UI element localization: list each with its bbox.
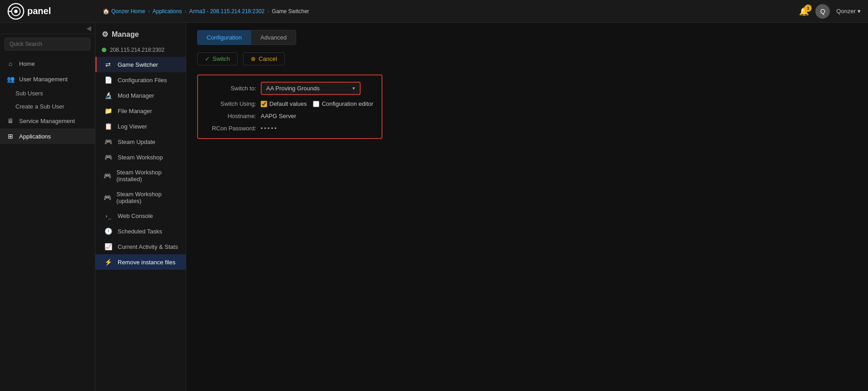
apps-icon: ⊞: [6, 133, 15, 140]
default-values-checkbox[interactable]: Default values: [261, 100, 307, 107]
scheduled-tasks-icon: 🕐: [103, 228, 113, 235]
manage-nav-game-switcher[interactable]: ⇄ Game Switcher: [95, 57, 186, 72]
tab-advanced[interactable]: Advanced: [251, 30, 296, 45]
mod-manager-icon: 🔬: [103, 92, 113, 99]
web-console-icon: ›_: [103, 213, 113, 219]
default-values-label: Default values: [269, 100, 307, 107]
switch-to-label: Switch to:: [206, 85, 256, 92]
sidebar-item-home[interactable]: ⌂ Home: [0, 56, 95, 71]
sidebar-item-user-management[interactable]: 👥 User Management: [0, 71, 95, 87]
manage-nav-steam-workshop[interactable]: 🎮 Steam Workshop: [95, 149, 186, 165]
config-editor-checkbox[interactable]: Configuration editor: [313, 100, 373, 107]
manage-nav-current-activity[interactable]: 📈 Current Activity & Stats: [95, 239, 186, 254]
sidebar: ◀ ⌂ Home 👥 User Management Sub Users Cre…: [0, 23, 95, 391]
config-editor-label: Configuration editor: [322, 100, 373, 107]
manage-nav-web-console[interactable]: ›_ Web Console: [95, 208, 186, 223]
chevron-down-icon: ▾: [858, 8, 861, 15]
switch-icon: ⇄: [103, 61, 113, 68]
rcon-label: RCon Password:: [206, 125, 256, 132]
svg-point-2: [14, 10, 18, 13]
sidebar-item-create-sub-user[interactable]: Create a Sub User: [9, 100, 95, 113]
cancel-button[interactable]: ⊗ Cancel: [243, 52, 284, 65]
manage-nav-file-manager[interactable]: 📁 File Manager: [95, 103, 186, 119]
cancel-label: Cancel: [258, 55, 277, 62]
manage-nav-mod-manager[interactable]: 🔬 Mod Manager: [95, 88, 186, 103]
config-files-icon: 📄: [103, 76, 113, 84]
chevron-down-icon: ▾: [352, 85, 355, 91]
switch-to-row: Switch to: AA Proving Grounds ▾: [206, 82, 373, 95]
service-icon: 🖥: [6, 117, 15, 124]
steam-update-icon: 🎮: [103, 138, 113, 145]
manage-nav-scheduled-tasks[interactable]: 🕐 Scheduled Tasks: [95, 223, 186, 239]
sidebar-item-service-management[interactable]: 🖥 Service Management: [0, 113, 95, 129]
check-icon: ✓: [205, 55, 210, 62]
users-icon: 👥: [6, 75, 15, 83]
hostname-row: Hostname: AAPG Server: [206, 113, 373, 119]
gear-icon: ⚙: [102, 30, 108, 39]
rcon-value: •••••: [261, 125, 278, 132]
logo: panel: [7, 3, 103, 20]
layout: ◀ ⌂ Home 👥 User Management Sub Users Cre…: [0, 23, 868, 391]
topnav-right: 🔔 1 Q Qonzer ▾: [799, 4, 861, 19]
manage-nav-config-files[interactable]: 📄 Configuration Files: [95, 72, 186, 88]
breadcrumb-home[interactable]: 🏠 Qonzer Home: [103, 8, 145, 15]
notification-bell[interactable]: 🔔 1: [799, 6, 809, 16]
manage-nav-steam-update[interactable]: 🎮 Steam Update: [95, 134, 186, 149]
server-address: 208.115.214.218:2302: [110, 47, 164, 53]
home-icon: ⌂: [6, 60, 15, 67]
switch-using-row: Switch Using: Default values Configurati…: [206, 100, 373, 107]
sidebar-item-label-apps: Applications: [19, 133, 51, 140]
server-item[interactable]: 208.115.214.218:2302: [95, 43, 186, 57]
game-switcher-form: Switch to: AA Proving Grounds ▾ Switch U…: [197, 74, 382, 139]
user-menu[interactable]: Qonzer ▾: [836, 8, 861, 15]
sidebar-item-label-users: User Management: [19, 76, 68, 83]
sidebar-collapse: ◀: [0, 23, 95, 34]
sidebar-item-sub-users[interactable]: Sub Users: [9, 87, 95, 100]
manage-nav-steam-workshop-installed[interactable]: 🎮 Steam Workshop (installed): [95, 165, 186, 187]
logo-text: panel: [27, 6, 51, 16]
rcon-row: RCon Password: •••••: [206, 125, 373, 132]
tabs: Configuration Advanced: [197, 30, 857, 45]
sidebar-item-label-service: Service Management: [19, 118, 75, 124]
log-viewer-icon: 📋: [103, 123, 113, 130]
manage-nav-steam-workshop-updates[interactable]: 🎮 Steam Workshop (updates): [95, 187, 186, 208]
config-editor-input[interactable]: [313, 101, 319, 107]
switch-using-label: Switch Using:: [206, 100, 256, 107]
switch-button[interactable]: ✓ Switch: [197, 52, 238, 65]
top-nav: panel 🏠 Qonzer Home › Applications › Arm…: [0, 0, 868, 23]
content-area: Configuration Advanced ✓ Switch ⊗ Cancel…: [186, 23, 868, 391]
breadcrumb: 🏠 Qonzer Home › Applications › Arma3 - 2…: [103, 8, 799, 15]
steam-workshop-updates-icon: 🎮: [103, 194, 112, 201]
current-activity-icon: 📈: [103, 243, 113, 250]
sidebar-item-applications[interactable]: ⊞ Applications: [0, 129, 95, 144]
steam-workshop-installed-icon: 🎮: [103, 172, 112, 179]
breadcrumb-applications[interactable]: Applications: [153, 8, 182, 15]
manage-nav-log-viewer[interactable]: 📋 Log Viewer: [95, 119, 186, 134]
hostname-value: AAPG Server: [261, 113, 296, 119]
notification-badge: 1: [804, 5, 812, 12]
search-wrap: [0, 34, 95, 54]
switch-label: Switch: [213, 55, 230, 62]
default-values-input[interactable]: [261, 101, 267, 107]
user-avatar: Q: [815, 4, 830, 19]
breadcrumb-current: Game Switcher: [272, 8, 309, 15]
collapse-icon[interactable]: ◀: [86, 25, 91, 32]
file-manager-icon: 📁: [103, 107, 113, 114]
server-status-dot: [102, 48, 106, 52]
manage-sidebar: ⚙ Manage 208.115.214.218:2302 ⇄ Game Swi…: [95, 23, 186, 391]
manage-title: ⚙ Manage: [95, 23, 186, 43]
cancel-icon: ⊗: [251, 55, 256, 62]
action-bar: ✓ Switch ⊗ Cancel: [197, 52, 857, 65]
switch-using-group: Default values Configuration editor: [261, 100, 373, 107]
tab-configuration[interactable]: Configuration: [197, 30, 251, 45]
search-input[interactable]: [5, 38, 90, 50]
switch-to-value: AA Proving Grounds: [266, 85, 320, 92]
sidebar-section: ⌂ Home 👥 User Management Sub Users Creat…: [0, 54, 95, 146]
sidebar-item-label-home: Home: [19, 60, 35, 67]
sidebar-sub-users: Sub Users Create a Sub User: [0, 87, 95, 113]
hostname-label: Hostname:: [206, 113, 256, 119]
switch-to-select[interactable]: AA Proving Grounds ▾: [261, 82, 361, 95]
manage-nav-remove-instance[interactable]: ⚡ Remove instance files: [95, 254, 186, 270]
breadcrumb-server[interactable]: Arma3 - 208.115.214.218:2302: [189, 8, 264, 15]
home-nav-icon: 🏠: [103, 8, 109, 15]
